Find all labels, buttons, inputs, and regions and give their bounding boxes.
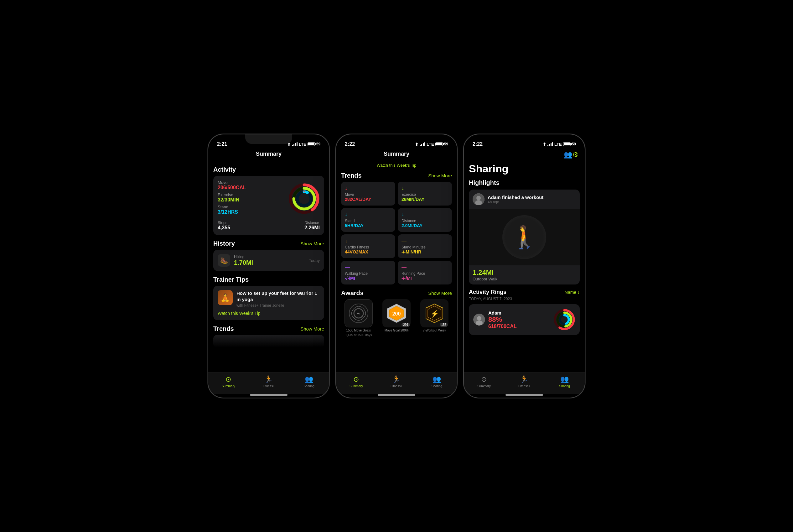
sharing-title: Sharing	[469, 163, 580, 175]
sharing-header-row: 👥⚙	[464, 149, 585, 160]
nav-summary-2[interactable]: ⊙ Summary	[345, 375, 367, 388]
svg-text:➤: ➤	[313, 197, 315, 200]
history-card[interactable]: 🥾 Hiking 1.70MI Today	[213, 250, 324, 271]
trend-distance-arrow: ↓	[402, 212, 448, 217]
steps-label: Steps	[218, 221, 230, 225]
nav-sharing-3[interactable]: 👥 Sharing	[554, 375, 576, 388]
watch-tip-banner[interactable]: Watch this Week's Tip	[336, 161, 457, 170]
ar-percentage: 88%	[488, 316, 550, 324]
status-icons-1: ⬆ LTE 59	[287, 142, 321, 147]
stand-value: 3/12HRS	[218, 209, 288, 215]
activity-rings-section[interactable]: Adam 88% 618/700CAL	[469, 304, 580, 335]
highlight-circle: 🚶	[502, 215, 546, 259]
location-icon-2: ⬆	[415, 142, 419, 147]
ar-sort[interactable]: Name ↕	[565, 290, 580, 295]
trainer-tip-title: How to set up your feet for warrior 1 in…	[236, 290, 320, 302]
summary-icon-2: ⊙	[353, 375, 359, 383]
summary-label-3: Summary	[477, 384, 491, 388]
battery-1	[308, 142, 315, 146]
signal-1	[292, 142, 297, 146]
activity-card[interactable]: Move 206/500CAL Exercise 32/30MIN Stand …	[213, 176, 324, 235]
fitness-label-3: Fitness+	[518, 384, 530, 388]
trend-cardio-value: 44VO2MAX	[345, 249, 391, 254]
phone-3: 2:22 ⬆ LTE 59 👥⚙	[463, 134, 585, 398]
history-date: Today	[309, 258, 320, 263]
highlight-avatar	[472, 193, 484, 205]
trend-stand-value: 5HR/DAY	[345, 223, 391, 228]
trend-move[interactable]: ↓ Move 282CAL/DAY	[341, 182, 395, 206]
svg-text:↑: ↑	[304, 187, 305, 190]
signal-3	[547, 142, 553, 146]
award-1500-label: 1500 Move Goals	[346, 329, 370, 332]
trend-standmin[interactable]: — Stand Minutes -/-MIN/HR	[398, 234, 452, 258]
nav-sharing-2[interactable]: 👥 Sharing	[426, 375, 448, 388]
trends-show-more[interactable]: Show More	[428, 173, 452, 178]
exercise-stat: Exercise 32/30MIN	[218, 192, 288, 203]
trend-cardio[interactable]: ↓ Cardio Fitness 44VO2MAX	[341, 234, 395, 258]
nav-fitness-1[interactable]: 🏃 Fitness+	[258, 375, 280, 388]
sharing-icon-2: 👥	[432, 375, 441, 383]
history-show-more[interactable]: Show More	[301, 241, 324, 246]
highlight-workout-type: Outdoor Walk	[472, 277, 576, 281]
nav-fitness-3[interactable]: 🏃 Fitness+	[513, 375, 535, 388]
awards-row: ∞ 1500 Move Goals 1,415 of 1500 days	[341, 299, 452, 337]
watch-tip-link[interactable]: Watch this Week's Tip	[218, 311, 320, 316]
award-200pct-num: 291	[402, 323, 410, 327]
activity-section-title: Activity	[213, 166, 236, 173]
highlight-footer: 1.24MI Outdoor Walk	[469, 265, 580, 284]
trainer-card[interactable]: 🧘 How to set up your feet for warrior 1 …	[213, 286, 324, 320]
sharing-manage-icon[interactable]: 👥⚙	[564, 149, 580, 159]
steps-item: Steps 4,355	[218, 221, 230, 231]
phones-container: 2:21 ⬆ LTE 59 Summary	[208, 134, 585, 398]
award-7workout[interactable]: ⚡ 155 7-Workout Week	[417, 299, 452, 337]
award-200pct-label: Move Goal 200%	[385, 329, 409, 332]
trend-move-value: 282CAL/DAY	[345, 197, 391, 202]
nav-summary-1[interactable]: ⊙ Summary	[217, 375, 239, 388]
phone-2: 2:22 ⬆ LTE 59 Summary W	[335, 134, 458, 398]
home-indicator-2	[378, 394, 415, 396]
svg-point-22	[477, 316, 481, 321]
sharing-label-1: Sharing	[304, 384, 314, 388]
notch-1	[245, 134, 292, 144]
awards-show-more[interactable]: Show More	[428, 290, 452, 296]
trend-stand[interactable]: ↓ Stand 5HR/DAY	[341, 208, 395, 232]
phone-3-screen: 2:22 ⬆ LTE 59 👥⚙	[464, 134, 585, 398]
trend-distance[interactable]: ↓ Distance 2.0MI/DAY	[398, 208, 452, 232]
trend-stand-label: Stand	[345, 219, 391, 223]
trend-exercise[interactable]: ↓ Exercise 28MIN/DAY	[398, 182, 452, 206]
award-200pct[interactable]: 200 291 Move Goal 200%	[379, 299, 414, 337]
signal-2	[420, 142, 425, 146]
sharing-icon-1: 👥	[305, 375, 313, 383]
trend-walkpace-arrow: —	[345, 264, 391, 270]
nav-sharing-1[interactable]: 👥 Sharing	[298, 375, 320, 388]
steps-value: 4,355	[218, 225, 230, 231]
trainer-title: Trainer Tips	[213, 276, 249, 283]
trend-walkpace[interactable]: — Walking Pace -/-/MI	[341, 261, 395, 284]
award-7workout-num: 155	[440, 323, 448, 327]
distance-value: 2.26MI	[305, 225, 320, 231]
highlight-card[interactable]: Adam finished a workout 4h ago 🚶 1.24MI …	[469, 190, 580, 284]
trend-walkpace-value: -/-/MI	[345, 276, 391, 281]
trend-runpace-value: -/-/MI	[402, 276, 448, 281]
screen-content-3: Sharing Highlights Adam fini	[464, 160, 585, 373]
highlight-dist: 1.24MI	[472, 268, 576, 277]
award-1500[interactable]: ∞ 1500 Move Goals 1,415 of 1500 days	[341, 299, 376, 337]
trends-section-header: Trends Show More	[341, 172, 452, 179]
nav-bar-1: ⊙ Summary 🏃 Fitness+ 👥 Sharing	[208, 373, 329, 394]
stand-label: Stand	[218, 205, 288, 209]
trend-exercise-label: Exercise	[402, 192, 448, 197]
highlight-time: 4h ago	[488, 200, 543, 204]
nav-fitness-2[interactable]: 🏃 Fitness+	[386, 375, 407, 388]
svg-point-20	[475, 200, 482, 205]
trend-runpace[interactable]: — Running Pace -/-/MI	[398, 261, 452, 284]
status-icons-3: ⬆ LTE 59	[543, 142, 576, 147]
phone-1: 2:21 ⬆ LTE 59 Summary	[208, 134, 330, 398]
battery-num-3: 59	[572, 142, 576, 146]
distance-label: Distance	[305, 221, 320, 225]
home-indicator-3	[505, 394, 543, 396]
awards-title: Awards	[341, 289, 364, 297]
nav-summary-3[interactable]: ⊙ Summary	[473, 375, 495, 388]
ar-person-row: Adam 88% 618/700CAL	[473, 309, 575, 330]
awards-header: Awards Show More	[341, 289, 452, 297]
trends-preview-more[interactable]: Show More	[301, 326, 324, 331]
